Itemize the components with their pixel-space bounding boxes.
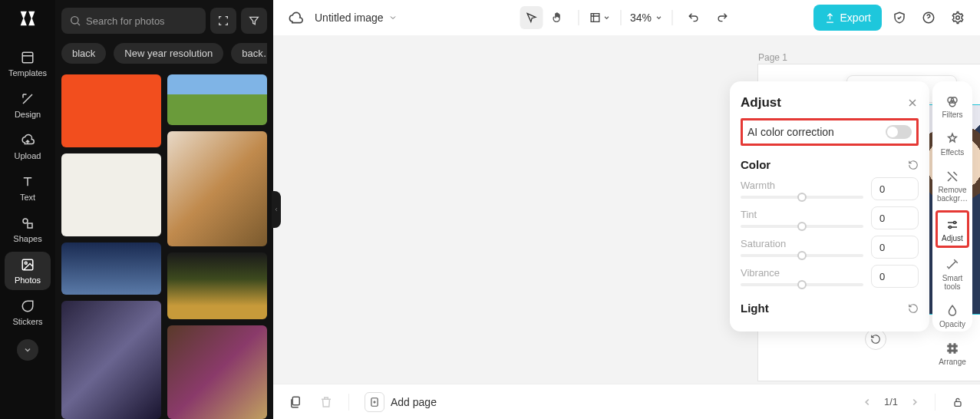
svg-rect-20	[292, 397, 299, 405]
photo-thumb[interactable]	[167, 252, 267, 319]
rrail-arrange[interactable]: Arrange	[935, 336, 969, 369]
svg-point-8	[956, 16, 960, 20]
divider	[578, 10, 579, 25]
svg-point-4	[25, 262, 27, 264]
effects-icon	[945, 131, 959, 147]
upload-icon	[20, 133, 35, 148]
section-light: Light	[741, 302, 769, 315]
photo-thumb[interactable]	[167, 325, 267, 419]
add-page-icon	[365, 392, 384, 412]
zoom-control[interactable]: 34%	[630, 12, 662, 24]
page-indicator: 1/1	[884, 396, 898, 407]
search-input[interactable]: Search for photos	[61, 8, 206, 34]
chevron-down-icon	[655, 14, 662, 21]
pages-button[interactable]	[284, 391, 307, 414]
saturation-slider[interactable]	[741, 254, 863, 257]
opacity-icon	[945, 303, 959, 318]
export-button[interactable]: Export	[813, 5, 882, 31]
canvas[interactable]: Page 1 Adjust	[273, 35, 980, 384]
redo-button[interactable]	[711, 6, 734, 29]
chip-row: black New year resolution back…	[61, 43, 267, 64]
adjust-icon	[945, 217, 959, 233]
warmth-value[interactable]: 0	[871, 177, 919, 200]
shield-icon[interactable]	[888, 6, 911, 29]
svg-rect-0	[22, 52, 33, 63]
smart-tools-icon	[945, 257, 959, 272]
rrail-smart-tools[interactable]: Smart tools	[935, 252, 969, 294]
rrail-filters[interactable]: Filters	[935, 89, 969, 122]
design-icon	[20, 91, 35, 107]
rail-upload-label: Upload	[15, 151, 41, 160]
rail-photos-label: Photos	[15, 275, 41, 285]
svg-point-1	[23, 219, 28, 223]
scan-button[interactable]	[210, 8, 236, 34]
rail-templates-label: Templates	[8, 68, 47, 78]
filters-icon	[945, 94, 959, 109]
hand-tool[interactable]	[546, 6, 569, 29]
next-page[interactable]	[906, 393, 924, 411]
prev-page[interactable]	[858, 393, 876, 411]
help-icon[interactable]	[917, 6, 940, 29]
rrail-effects[interactable]: Effects	[935, 127, 969, 160]
svg-point-18	[954, 222, 956, 224]
rail-templates[interactable]: Templates	[5, 45, 51, 83]
lock-button[interactable]	[946, 391, 969, 414]
select-tool[interactable]	[520, 6, 543, 29]
svg-rect-22	[955, 401, 961, 406]
app-logo[interactable]	[15, 6, 40, 31]
photos-panel: Search for photos black New year resolut…	[55, 0, 273, 419]
cloud-icon[interactable]	[284, 6, 307, 29]
bottombar: Add page 1/1	[273, 384, 980, 419]
divider	[671, 10, 672, 25]
export-icon	[824, 12, 836, 24]
chip-black[interactable]: black	[61, 43, 106, 64]
ai-color-toggle[interactable]	[886, 125, 912, 139]
frame-tool[interactable]	[588, 6, 611, 29]
tint-value[interactable]: 0	[871, 206, 919, 229]
rrail-opacity[interactable]: Opacity	[935, 299, 969, 332]
photo-thumb[interactable]	[167, 74, 267, 125]
arrange-icon	[945, 341, 959, 356]
undo-button[interactable]	[681, 6, 704, 29]
topbar: Untitled image 34%	[273, 0, 980, 35]
rail-stickers[interactable]: Stickers	[5, 293, 51, 332]
document-title[interactable]: Untitled image	[315, 12, 398, 24]
close-button[interactable]	[906, 97, 919, 109]
photos-grid	[61, 74, 267, 419]
photo-thumb[interactable]	[61, 153, 161, 236]
search-icon	[69, 15, 81, 27]
photo-thumb[interactable]	[61, 242, 161, 295]
delete-button[interactable]	[315, 391, 338, 414]
photo-thumb[interactable]	[61, 74, 161, 147]
panel-collapse-handle[interactable]	[272, 191, 281, 228]
filter-button[interactable]	[241, 8, 267, 34]
warmth-slider[interactable]	[741, 196, 863, 199]
rrail-remove-bg[interactable]: Remove backgr…	[935, 164, 969, 206]
rrail-adjust[interactable]: Adjust	[935, 210, 969, 248]
page-label: Page 1	[758, 52, 787, 63]
photos-icon	[20, 257, 35, 272]
rotate-handle[interactable]	[865, 328, 886, 350]
rail-shapes[interactable]: Shapes	[5, 210, 51, 249]
tint-slider[interactable]	[741, 225, 863, 228]
chip-back[interactable]: back…	[231, 43, 267, 64]
rail-photos[interactable]: Photos	[5, 252, 51, 290]
rail-expand[interactable]	[17, 339, 38, 361]
vibrance-value[interactable]: 0	[871, 265, 919, 288]
reset-color-button[interactable]	[908, 160, 919, 170]
rail-design[interactable]: Design	[5, 86, 51, 124]
settings-icon[interactable]	[946, 6, 969, 29]
vibrance-slider[interactable]	[741, 283, 863, 286]
rail-text[interactable]: Text	[5, 169, 51, 207]
reset-light-button[interactable]	[908, 303, 919, 314]
section-color: Color	[741, 158, 770, 171]
add-page-button[interactable]: Add page	[365, 392, 437, 412]
rail-upload[interactable]: Upload	[5, 127, 51, 166]
photo-thumb[interactable]	[167, 131, 267, 246]
photo-thumb[interactable]	[61, 301, 161, 419]
adjust-panel: Adjust AI color correction Color Warmth	[730, 81, 929, 332]
zoom-value: 34%	[630, 12, 652, 24]
right-rail: Filters Effects Remove backgr… Adjust Sm…	[932, 81, 972, 332]
chip-new-year[interactable]: New year resolution	[114, 43, 223, 64]
saturation-value[interactable]: 0	[871, 236, 919, 259]
